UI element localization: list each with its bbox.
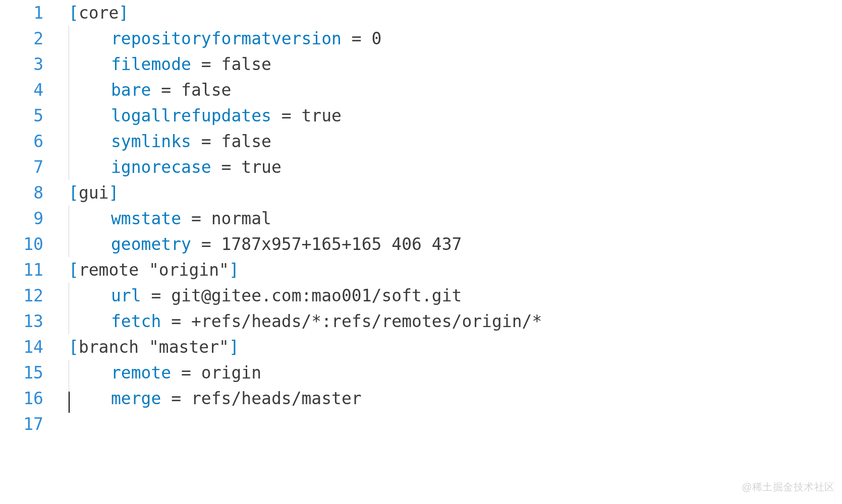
code-line[interactable]: 8[gui]: [0, 180, 842, 206]
indent-guide: [69, 206, 69, 231]
config-value: git@gitee.com:mao001/soft.git: [171, 286, 462, 305]
indent-guide: [69, 360, 69, 386]
bracket-open: [: [69, 183, 79, 203]
line-content[interactable]: ignorecase = true: [48, 154, 282, 180]
line-number: 12: [0, 283, 48, 308]
code-line[interactable]: 15remote = origin: [0, 360, 842, 386]
config-key: logallrefupdates: [111, 106, 271, 125]
line-number: 14: [0, 334, 48, 360]
line-content[interactable]: logallrefupdates = true: [48, 103, 342, 129]
config-key: ignorecase: [111, 157, 211, 177]
indent-guide: [69, 26, 69, 51]
line-content[interactable]: wmstate = normal: [48, 206, 271, 231]
bracket-open: [: [69, 3, 79, 23]
code-line[interactable]: 5logallrefupdates = true: [0, 103, 842, 129]
config-key: symlinks: [111, 132, 191, 151]
config-key: filemode: [111, 54, 191, 74]
code-line[interactable]: 4bare = false: [0, 77, 842, 103]
equals-sign: =: [191, 234, 221, 254]
line-number: 6: [0, 129, 48, 154]
code-line[interactable]: 12url = git@gitee.com:mao001/soft.git: [0, 283, 842, 308]
code-line[interactable]: 2repositoryformatversion = 0: [0, 26, 842, 51]
equals-sign: =: [191, 132, 221, 151]
config-value: false: [221, 54, 271, 74]
line-number: 16: [0, 386, 48, 411]
code-line[interactable]: 11[remote "origin"]: [0, 257, 842, 283]
line-content[interactable]: repositoryformatversion = 0: [48, 26, 381, 51]
section-string: "origin": [139, 260, 229, 280]
config-key: geometry: [111, 234, 191, 254]
section-name: branch: [79, 337, 139, 357]
line-number: 10: [0, 231, 48, 257]
line-content[interactable]: [branch "master"]: [48, 334, 239, 360]
indent-guide: [69, 129, 69, 154]
config-value: false: [181, 80, 231, 100]
line-content[interactable]: filemode = false: [48, 51, 271, 77]
indent-guide: [69, 308, 69, 334]
line-content[interactable]: bare = false: [48, 77, 231, 103]
bracket-close: ]: [119, 3, 129, 23]
line-content[interactable]: url = git@gitee.com:mao001/soft.git: [48, 283, 462, 308]
config-value: true: [241, 157, 281, 177]
code-line[interactable]: 3filemode = false: [0, 51, 842, 77]
equals-sign: =: [161, 311, 191, 331]
section-name: core: [79, 3, 119, 23]
indent-guide: [69, 154, 69, 180]
config-value: origin: [201, 363, 261, 383]
config-value: 0: [372, 29, 382, 48]
equals-sign: =: [271, 106, 302, 125]
line-content[interactable]: geometry = 1787x957+165+165 406 437: [48, 231, 462, 257]
code-line[interactable]: 6symlinks = false: [0, 129, 842, 154]
line-content[interactable]: remote = origin: [48, 360, 261, 386]
config-key: remote: [111, 363, 171, 383]
section-name: remote: [79, 260, 139, 280]
code-line[interactable]: 13fetch = +refs/heads/*:refs/remotes/ori…: [0, 308, 842, 334]
line-content[interactable]: [remote "origin"]: [48, 257, 239, 283]
code-line[interactable]: 7ignorecase = true: [0, 154, 842, 180]
line-content[interactable]: symlinks = false: [48, 129, 271, 154]
indent-guide: [69, 51, 69, 77]
code-line[interactable]: 1[core]: [0, 0, 842, 26]
config-value: refs/heads/master: [191, 389, 362, 408]
section-name: gui: [79, 183, 109, 203]
bracket-close: ]: [229, 337, 239, 357]
config-value: +refs/heads/*:refs/remotes/origin/*: [191, 311, 542, 331]
line-number: 8: [0, 180, 48, 206]
config-key: fetch: [111, 311, 161, 331]
code-line[interactable]: 9wmstate = normal: [0, 206, 842, 231]
equals-sign: =: [181, 209, 211, 228]
code-line[interactable]: 14[branch "master"]: [0, 334, 842, 360]
config-key: merge: [111, 389, 161, 408]
line-number: 5: [0, 103, 48, 129]
bracket-close: ]: [229, 260, 239, 280]
bracket-open: [: [69, 337, 79, 357]
config-key: wmstate: [111, 209, 181, 228]
section-string: "master": [139, 337, 229, 357]
line-content[interactable]: fetch = +refs/heads/*:refs/remotes/origi…: [48, 308, 542, 334]
indent-guide: [69, 77, 69, 103]
line-number: 2: [0, 26, 48, 51]
config-value: false: [221, 132, 271, 151]
code-line[interactable]: 17: [0, 411, 842, 437]
indent-guide: [69, 231, 69, 257]
equals-sign: =: [151, 80, 181, 100]
config-key: repositoryformatversion: [111, 29, 342, 48]
indent-guide: [69, 283, 69, 308]
line-content[interactable]: [core]: [48, 0, 129, 26]
bracket-open: [: [69, 260, 79, 280]
line-content[interactable]: merge = refs/heads/master: [48, 386, 362, 411]
line-number: 17: [0, 411, 48, 437]
config-key: url: [111, 286, 141, 305]
equals-sign: =: [211, 157, 242, 177]
code-editor[interactable]: 1[core]2repositoryformatversion = 03file…: [0, 0, 842, 437]
code-line[interactable]: 10geometry = 1787x957+165+165 406 437: [0, 231, 842, 257]
line-number: 1: [0, 0, 48, 26]
config-value: 1787x957+165+165 406 437: [221, 234, 462, 254]
line-number: 4: [0, 77, 48, 103]
code-line[interactable]: 16merge = refs/heads/master: [0, 386, 842, 411]
config-key: bare: [111, 80, 151, 100]
line-content[interactable]: [gui]: [48, 180, 119, 206]
config-value: true: [302, 106, 342, 125]
equals-sign: =: [141, 286, 172, 305]
line-number: 3: [0, 51, 48, 77]
